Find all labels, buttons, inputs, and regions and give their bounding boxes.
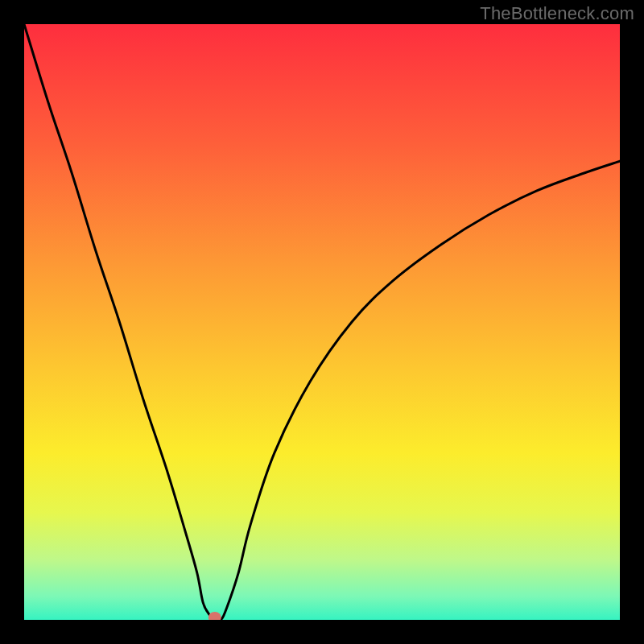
chart-svg (24, 24, 620, 620)
attribution-text: TheBottleneck.com (480, 3, 634, 24)
chart-background (24, 24, 620, 620)
chart-frame: TheBottleneck.com (0, 0, 644, 644)
plot-area (24, 24, 620, 620)
